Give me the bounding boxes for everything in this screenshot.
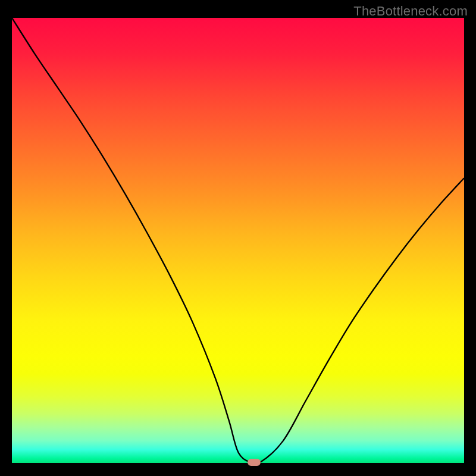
curve-path bbox=[12, 18, 464, 463]
watermark-text: TheBottleneck.com bbox=[353, 4, 468, 19]
optimal-point-marker bbox=[248, 459, 261, 466]
plot-area bbox=[12, 18, 464, 463]
bottleneck-curve bbox=[12, 18, 464, 463]
chart-frame: TheBottleneck.com bbox=[0, 0, 476, 476]
